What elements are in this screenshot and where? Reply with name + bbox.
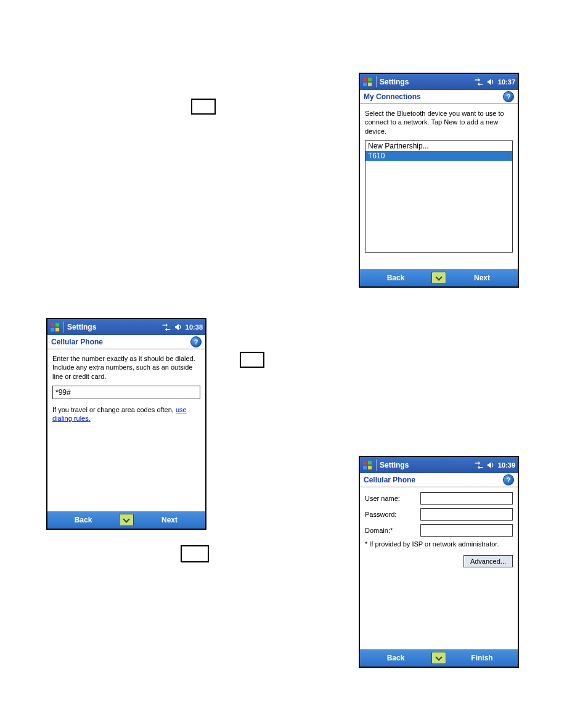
svg-rect-8 — [363, 461, 367, 465]
domain-input[interactable] — [420, 524, 513, 537]
footnote: * If provided by ISP or network administ… — [365, 540, 513, 548]
content-area: Enter the number exactly as it should be… — [47, 349, 205, 511]
device-listbox[interactable]: New Partnership... T610 — [365, 140, 513, 253]
help-icon[interactable]: ? — [503, 474, 514, 485]
subheader-title: My Connections — [364, 92, 421, 101]
back-button[interactable]: Back — [47, 516, 119, 524]
connectivity-icon — [475, 78, 483, 86]
subheader-title: Cellular Phone — [51, 338, 103, 346]
bottombar: Back Finish — [360, 649, 518, 667]
titlebar: Settings 10:38 — [47, 319, 205, 335]
svg-rect-10 — [363, 466, 367, 469]
help-icon[interactable]: ? — [190, 336, 202, 347]
clock-time: 10:38 — [186, 323, 203, 331]
list-item-new-partnership[interactable]: New Partnership... — [365, 141, 512, 151]
titlebar-title: Settings — [380, 461, 409, 469]
instruction-text: Select the Bluetooth device you want to … — [365, 109, 513, 136]
titlebar-title: Settings — [380, 78, 409, 86]
svg-rect-5 — [55, 323, 59, 327]
subheader-title: Cellular Phone — [364, 476, 415, 484]
next-button[interactable]: Next — [134, 516, 205, 524]
windows-flag-icon — [50, 322, 60, 332]
row-password: Password: — [365, 508, 513, 521]
callout-box-1 — [191, 99, 216, 115]
list-item-t610[interactable]: T610 — [365, 151, 512, 161]
hint-text: If you travel or change area codes often… — [52, 405, 200, 423]
callout-box-2 — [240, 352, 264, 368]
label-username: User name: — [365, 495, 420, 502]
titlebar: Settings 10:37 — [360, 74, 518, 90]
svg-rect-6 — [51, 328, 54, 331]
label-password: Password: — [365, 511, 420, 518]
help-icon[interactable]: ? — [503, 91, 514, 102]
keyboard-icon[interactable] — [119, 514, 134, 526]
back-button[interactable]: Back — [360, 654, 431, 662]
svg-rect-2 — [363, 83, 367, 86]
callout-box-3 — [181, 545, 209, 562]
instruction-text: Enter the number exactly as it should be… — [52, 354, 200, 381]
keyboard-icon[interactable] — [431, 272, 446, 284]
titlebar-divider — [376, 460, 377, 471]
svg-rect-9 — [368, 461, 372, 465]
volume-icon — [487, 78, 494, 86]
titlebar-title: Settings — [67, 323, 96, 331]
hint-prefix: If you travel or change area codes often… — [52, 406, 174, 413]
volume-icon — [487, 461, 494, 469]
bottombar: Back Next — [360, 269, 518, 286]
subheader: My Connections ? — [360, 90, 518, 104]
pda-screen-dialing: Settings 10:38 Cellular Phone ? Enter th… — [46, 318, 206, 530]
subheader: Cellular Phone ? — [47, 335, 205, 349]
pda-screen-connections: Settings 10:37 My Connections ? Select t… — [359, 73, 519, 288]
svg-rect-0 — [363, 78, 367, 81]
connectivity-icon — [475, 461, 483, 469]
content-area: User name: Password: Domain:* * If provi… — [360, 487, 518, 649]
windows-flag-icon — [362, 77, 372, 87]
bottombar: Back Next — [47, 511, 205, 529]
windows-flag-icon — [362, 460, 372, 470]
connectivity-icon — [162, 323, 171, 331]
label-domain: Domain:* — [365, 527, 420, 534]
keyboard-icon[interactable] — [431, 652, 446, 664]
next-button[interactable]: Next — [446, 274, 518, 282]
finish-button[interactable]: Finish — [446, 654, 518, 662]
username-input[interactable] — [420, 492, 513, 505]
clock-time: 10:39 — [498, 461, 515, 469]
svg-rect-7 — [55, 328, 59, 331]
svg-rect-11 — [368, 466, 372, 469]
titlebar-divider — [63, 322, 64, 333]
content-area: Select the Bluetooth device you want to … — [360, 104, 518, 269]
pda-screen-credentials: Settings 10:39 Cellular Phone ? User nam… — [359, 456, 519, 668]
titlebar: Settings 10:39 — [360, 457, 518, 473]
row-domain: Domain:* — [365, 524, 513, 537]
subheader: Cellular Phone ? — [360, 473, 518, 487]
clock-time: 10:37 — [498, 78, 515, 86]
svg-rect-3 — [368, 83, 372, 86]
row-username: User name: — [365, 492, 513, 505]
svg-rect-4 — [51, 323, 54, 327]
back-button[interactable]: Back — [360, 274, 431, 282]
titlebar-divider — [376, 76, 377, 87]
advanced-button[interactable]: Advanced... — [463, 555, 513, 567]
password-input[interactable] — [420, 508, 513, 521]
svg-rect-1 — [368, 78, 372, 81]
volume-icon — [174, 323, 182, 331]
phone-number-input[interactable]: *99# — [52, 386, 200, 399]
